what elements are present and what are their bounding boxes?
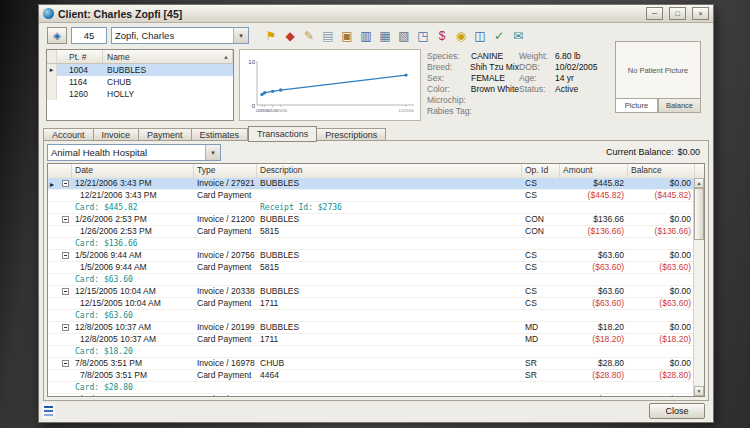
column-header-balance[interactable]: Balance xyxy=(628,164,695,178)
cell-amount: ($63.60) xyxy=(560,298,628,309)
note-row[interactable]: Card: $63.60 xyxy=(48,274,693,286)
client-select-button[interactable]: ◈ xyxy=(47,27,67,44)
folder-icon[interactable]: ◳ xyxy=(415,28,431,44)
svg-text:10: 10 xyxy=(248,59,255,65)
tree-toggle-icon[interactable] xyxy=(62,288,69,295)
invoice-row[interactable]: 12/15/2005 10:04 AMInvoice / 20338BUBBLE… xyxy=(48,286,693,298)
cell-amount: $63.60 xyxy=(560,250,628,261)
invoice-row[interactable]: 1/26/2006 2:53 PMInvoice / 21200BUBBLESC… xyxy=(48,214,693,226)
patient-row[interactable]: 1164CHUB xyxy=(47,76,233,88)
cell-op-id: CON xyxy=(522,214,560,225)
save-icon[interactable]: ◫ xyxy=(472,28,488,44)
cell-op-id: MD xyxy=(522,334,560,345)
tab-estimates[interactable]: Estimates xyxy=(192,128,249,141)
column-header-type[interactable]: Type xyxy=(194,164,257,178)
inventory-icon[interactable]: ▣ xyxy=(339,28,355,44)
tree-cell xyxy=(48,202,72,213)
payment-row[interactable]: 12/8/2005 10:37 AMCard Payment1711MD($18… xyxy=(48,334,693,346)
note-text: Card: $28.80 xyxy=(72,382,257,393)
tab-prescriptions[interactable]: Prescriptions xyxy=(317,128,386,141)
info-value: 14 yr xyxy=(555,73,574,84)
note-row[interactable]: Card: $445.82Receipt Id: $2736 xyxy=(48,202,693,214)
payment-row[interactable]: 12/21/2006 3:43 PMCard PaymentCS($445.82… xyxy=(48,190,693,202)
payment-row[interactable]: 7/8/2005 3:51 PMCard Payment4464SR($28.8… xyxy=(48,370,693,382)
column-header-date[interactable]: Date xyxy=(72,164,194,178)
note-row[interactable]: Card: $136.66 xyxy=(48,238,693,250)
note-icon[interactable]: ✎ xyxy=(301,28,317,44)
note-text: Card: $136.66 xyxy=(72,238,257,249)
info-field: Breed:Shih Tzu Mix xyxy=(427,62,519,73)
column-header-tree[interactable] xyxy=(48,164,72,178)
patient-info-left-column: Species:CANINEBreed:Shih Tzu MixSex:FEMA… xyxy=(427,51,519,117)
cell-type: Invoice / 21200 xyxy=(194,214,257,225)
cell-date: 1/5/2006 9:44 AM xyxy=(72,250,194,261)
reminder-icon[interactable]: ◉ xyxy=(453,28,469,44)
table-scrollbar[interactable]: ▲ ▼ xyxy=(693,178,704,396)
scroll-down-button[interactable]: ▼ xyxy=(694,386,704,396)
dropdown-arrow-icon[interactable]: ▾ xyxy=(233,28,248,43)
cell-op-id: CS xyxy=(522,298,560,309)
column-header-description[interactable]: Description xyxy=(257,164,522,178)
ledger-icon[interactable]: ▥ xyxy=(358,28,374,44)
column-header-pt-number[interactable]: Pt. # xyxy=(57,50,103,63)
tree-toggle-icon[interactable] xyxy=(62,216,69,223)
mail-icon[interactable]: ✉ xyxy=(510,28,526,44)
tree-toggle-icon[interactable] xyxy=(62,360,69,367)
scroll-thumb[interactable] xyxy=(694,188,704,240)
site-dropdown-arrow-icon[interactable]: ▾ xyxy=(205,145,220,160)
tree-toggle-icon[interactable] xyxy=(62,324,69,331)
tab-account[interactable]: Account xyxy=(43,128,94,141)
cell-description: 5815 xyxy=(257,262,522,273)
cell-op-id: CS xyxy=(522,286,560,297)
tree-toggle-icon[interactable] xyxy=(62,252,69,259)
invoice-row[interactable]: 7/8/2005 3:51 PMInvoice / 16978CHUBSR$28… xyxy=(48,358,693,370)
column-header-amount[interactable]: Amount xyxy=(560,164,628,178)
window-titlebar[interactable]: Client: Charles Zopfi [45] ─ □ × xyxy=(39,5,713,23)
picture-panel-tab-balance[interactable]: Balance xyxy=(658,99,701,113)
current-balance-label: Current Balance: xyxy=(606,147,674,157)
scroll-up-button[interactable]: ▲ xyxy=(694,178,704,188)
cell-op-id: CS xyxy=(522,250,560,261)
info-value: 6.80 lb xyxy=(555,51,581,62)
close-button[interactable]: Close xyxy=(649,403,705,419)
column-header-name[interactable]: Name ▲ xyxy=(103,50,233,63)
column-header-op-id[interactable]: Op. Id xyxy=(522,164,560,178)
tree-cell xyxy=(48,370,72,381)
check-icon[interactable]: ✓ xyxy=(491,28,507,44)
tree-cell xyxy=(48,250,72,261)
minimize-button[interactable]: ─ xyxy=(646,7,663,20)
client-name-combobox[interactable]: Zopfi, Charles ▾ xyxy=(111,27,249,44)
note-row[interactable]: Card: $63.60 xyxy=(48,310,693,322)
maximize-button[interactable]: □ xyxy=(669,7,686,20)
info-label: Breed: xyxy=(427,62,470,73)
payment-row[interactable]: 12/15/2005 10:04 AMCard Payment1711CS($6… xyxy=(48,298,693,310)
alert-icon[interactable]: ◆ xyxy=(282,28,298,44)
flag-icon[interactable]: ⚑ xyxy=(263,28,279,44)
site-selector[interactable]: Animal Health Hospital ▾ xyxy=(47,144,221,161)
patient-row[interactable]: 1260HOLLY xyxy=(47,88,233,100)
invoice-row[interactable]: 6/24/2005 2:18 PMInvoice / 16845CHUBCON$… xyxy=(48,394,693,396)
note-row[interactable]: Card: $28.80 xyxy=(48,382,693,394)
client-id-field[interactable]: 45 xyxy=(71,27,107,44)
label-icon[interactable]: ▤ xyxy=(320,28,336,44)
info-field: Sex:FEMALE xyxy=(427,73,519,84)
info-label: Rabies Tag: xyxy=(427,106,471,117)
close-window-button[interactable]: × xyxy=(692,7,709,20)
picture-panel-tab-picture[interactable]: Picture xyxy=(615,99,658,113)
invoice-row[interactable]: ▸12/21/2006 3:43 PMInvoice / 27921BUBBLE… xyxy=(48,178,693,190)
invoice-row[interactable]: 1/5/2006 9:44 AMInvoice / 20756BUBBLESCS… xyxy=(48,250,693,262)
tab-invoice[interactable]: Invoice xyxy=(94,128,140,141)
patient-row[interactable]: ▸1004BUBBLES xyxy=(47,64,233,76)
tab-payment[interactable]: Payment xyxy=(139,128,192,141)
note-row[interactable]: Card: $18.20 xyxy=(48,346,693,358)
invoice-row[interactable]: 12/8/2005 10:37 AMInvoice / 20199BUBBLES… xyxy=(48,322,693,334)
tree-toggle-icon[interactable] xyxy=(62,180,69,187)
info-field: Color:Brown White xyxy=(427,84,519,95)
payment-row[interactable]: 1/5/2006 9:44 AMCard Payment5815CS($63.6… xyxy=(48,262,693,274)
chart-icon[interactable]: ▦ xyxy=(377,28,393,44)
print-icon[interactable]: ▧ xyxy=(396,28,412,44)
money-icon[interactable]: $ xyxy=(434,28,450,44)
cell-op-id: CON xyxy=(522,394,560,396)
payment-row[interactable]: 1/26/2006 2:53 PMCard Payment5815CON($13… xyxy=(48,226,693,238)
tab-transactions[interactable]: Transactions xyxy=(248,126,317,142)
